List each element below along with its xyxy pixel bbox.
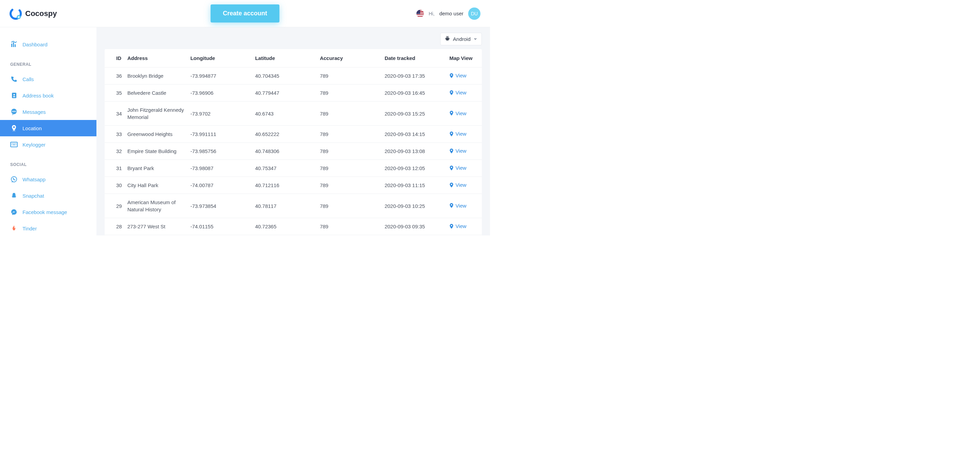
- cell-map-view: View: [447, 194, 482, 218]
- view-on-map-link[interactable]: View: [449, 223, 466, 229]
- svg-rect-8: [11, 95, 12, 96]
- sidebar-item-facebook-message[interactable]: Facebook message: [0, 204, 96, 220]
- cell-map-view: View: [447, 160, 482, 177]
- cell-map-view: View: [447, 235, 482, 236]
- cell-id: 28: [105, 218, 125, 235]
- svg-rect-20: [11, 145, 12, 145]
- cell-date: 2020-09-03 08:15: [382, 235, 447, 236]
- create-account-button[interactable]: Create account: [211, 5, 279, 22]
- snapchat-icon: [10, 192, 18, 199]
- svg-point-32: [451, 112, 452, 113]
- cell-map-view: View: [447, 218, 482, 235]
- phone-icon: [10, 75, 18, 83]
- user-name[interactable]: demo user: [439, 11, 463, 16]
- svg-rect-4: [13, 42, 14, 47]
- column-id: ID: [105, 49, 125, 67]
- sidebar-item-label: Address book: [22, 93, 54, 99]
- cell-address: Empire State Building: [125, 143, 188, 160]
- cell-id: 32: [105, 143, 125, 160]
- table-row: 34John Fitzgerald Kennedy Memorial-73.97…: [105, 102, 482, 126]
- platform-selector[interactable]: Android: [440, 33, 482, 45]
- sidebar-section-general: GENERAL: [0, 53, 96, 71]
- cell-date: 2020-09-03 17:35: [382, 67, 447, 84]
- cell-accuracy: 789: [317, 84, 382, 102]
- svg-line-29: [448, 36, 449, 37]
- cell-id: 35: [105, 84, 125, 102]
- svg-point-37: [451, 204, 452, 205]
- cell-latitude: 40.712116: [253, 177, 317, 194]
- sidebar-item-snapchat[interactable]: Snapchat: [0, 188, 96, 204]
- column-accuracy: Accuracy: [317, 49, 382, 67]
- sidebar-item-label: Location: [22, 126, 42, 131]
- brand[interactable]: Cocospy: [10, 8, 57, 20]
- android-icon: [445, 36, 450, 42]
- sidebar-item-address-book[interactable]: Address book: [0, 87, 96, 103]
- table-row: 35Belvedere Castle-73.9690640.7794477892…: [105, 84, 482, 102]
- sidebar-item-whatsapp[interactable]: Whatsapp: [0, 171, 96, 188]
- cell-longitude: -73.96906: [188, 84, 253, 102]
- svg-point-35: [451, 167, 452, 168]
- cell-accuracy: 789: [317, 177, 382, 194]
- sidebar-item-label: Dashboard: [22, 41, 48, 48]
- sidebar-item-messages[interactable]: SMS Messages: [0, 103, 96, 120]
- column-date: Date tracked: [382, 49, 447, 67]
- cell-latitude: 40.75347: [253, 160, 317, 177]
- sidebar-item-label: Facebook message: [22, 209, 67, 215]
- svg-point-31: [451, 91, 452, 93]
- sidebar-item-keylogger[interactable]: Keylogger: [0, 136, 96, 153]
- cell-date: 2020-09-03 10:25: [382, 194, 447, 218]
- cell-longitude: -73.991111: [188, 126, 253, 143]
- cell-address: John Fitzgerald Kennedy Memorial: [125, 102, 188, 126]
- cell-accuracy: 789: [317, 218, 382, 235]
- brand-name: Cocospy: [25, 9, 57, 18]
- column-address: Address: [125, 49, 188, 67]
- cell-address: Belvedere Castle: [125, 84, 188, 102]
- view-on-map-link[interactable]: View: [449, 110, 466, 116]
- avatar[interactable]: DU: [468, 8, 480, 20]
- cell-id: 34: [105, 102, 125, 126]
- view-on-map-link[interactable]: View: [449, 131, 466, 137]
- sidebar-item-dashboard[interactable]: Dashboard: [0, 36, 96, 53]
- svg-point-33: [451, 132, 452, 134]
- cell-longitude: -73.9702: [188, 102, 253, 126]
- sidebar-item-calls[interactable]: Calls: [0, 71, 96, 87]
- view-on-map-link[interactable]: View: [449, 165, 466, 171]
- cell-address: 285-237 Prospect Ave: [125, 235, 188, 236]
- sidebar-item-location[interactable]: Location: [0, 120, 96, 136]
- sidebar-item-label: Keylogger: [22, 142, 46, 148]
- sidebar-item-label: Tinder: [22, 226, 37, 231]
- svg-rect-17: [13, 143, 14, 144]
- svg-rect-27: [449, 38, 450, 40]
- cell-map-view: View: [447, 102, 482, 126]
- svg-point-2: [18, 16, 20, 18]
- cell-date: 2020-09-03 12:05: [382, 160, 447, 177]
- cell-latitude: 40.704345: [253, 67, 317, 84]
- app-header: Cocospy Create account Hi, demo user DU: [0, 0, 490, 27]
- svg-rect-19: [16, 143, 16, 144]
- sidebar-item-tinder[interactable]: Tinder: [0, 220, 96, 236]
- cell-date: 2020-09-03 15:25: [382, 102, 447, 126]
- view-on-map-link[interactable]: View: [449, 182, 466, 188]
- svg-point-38: [451, 225, 452, 226]
- cell-latitude: 40.72365: [253, 218, 317, 235]
- whatsapp-icon: [10, 175, 18, 183]
- cell-map-view: View: [447, 84, 482, 102]
- view-on-map-link[interactable]: View: [449, 203, 466, 208]
- view-on-map-link[interactable]: View: [449, 148, 466, 154]
- column-latitude: Latitude: [253, 49, 317, 67]
- locale-flag-icon[interactable]: [417, 10, 424, 18]
- cell-date: 2020-09-03 14:15: [382, 126, 447, 143]
- cell-id: 31: [105, 160, 125, 177]
- dashboard-icon: [10, 41, 18, 48]
- cell-map-view: View: [447, 67, 482, 84]
- svg-point-13: [13, 126, 15, 128]
- svg-rect-9: [11, 97, 12, 97]
- chevron-down-icon: [473, 36, 477, 42]
- view-on-map-link[interactable]: View: [449, 73, 466, 78]
- cell-date: 2020-09-03 16:45: [382, 84, 447, 102]
- cell-latitude: 40.652222: [253, 126, 317, 143]
- view-on-map-link[interactable]: View: [449, 90, 466, 95]
- messages-icon: SMS: [10, 108, 18, 116]
- cell-longitude: -73.98962: [188, 235, 253, 236]
- column-longitude: Longitude: [188, 49, 253, 67]
